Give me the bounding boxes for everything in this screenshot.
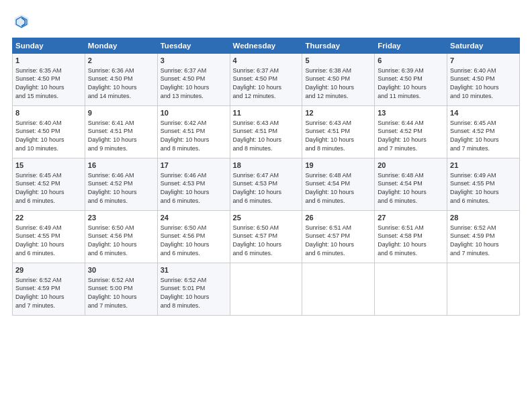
day-detail: Sunrise: 6:35 AM Sunset: 4:50 PM Dayligh…: [15, 66, 82, 100]
day-detail: Sunrise: 6:40 AM Sunset: 4:50 PM Dayligh…: [15, 119, 82, 152]
calendar-cell: 14Sunrise: 6:45 AM Sunset: 4:52 PM Dayli…: [447, 106, 520, 158]
day-number: 9: [88, 108, 154, 118]
day-detail: Sunrise: 6:49 AM Sunset: 4:55 PM Dayligh…: [15, 224, 82, 257]
calendar-cell: 7Sunrise: 6:40 AM Sunset: 4:50 PM Daylig…: [447, 54, 520, 106]
day-detail: Sunrise: 6:52 AM Sunset: 5:00 PM Dayligh…: [88, 276, 154, 310]
calendar-cell: [230, 263, 302, 316]
calendar-cell: 5Sunrise: 6:38 AM Sunset: 4:50 PM Daylig…: [302, 54, 375, 106]
calendar-cell: 21Sunrise: 6:49 AM Sunset: 4:55 PM Dayli…: [447, 158, 520, 211]
calendar-cell: 19Sunrise: 6:48 AM Sunset: 4:54 PM Dayli…: [302, 158, 375, 211]
calendar-cell: 22Sunrise: 6:49 AM Sunset: 4:55 PM Dayli…: [13, 211, 85, 263]
day-number: 25: [233, 213, 300, 223]
calendar-cell: 17Sunrise: 6:46 AM Sunset: 4:53 PM Dayli…: [157, 158, 230, 211]
day-number: 1: [15, 56, 82, 66]
day-number: 30: [88, 265, 154, 275]
day-detail: Sunrise: 6:37 AM Sunset: 4:50 PM Dayligh…: [233, 66, 300, 100]
logo: [12, 12, 34, 31]
header-cell-saturday: Saturday: [447, 38, 520, 54]
day-number: 20: [378, 161, 444, 171]
calendar-cell: 25Sunrise: 6:50 AM Sunset: 4:57 PM Dayli…: [230, 211, 302, 263]
day-number: 10: [161, 108, 227, 118]
day-detail: Sunrise: 6:37 AM Sunset: 4:50 PM Dayligh…: [161, 66, 227, 100]
day-number: 18: [233, 161, 300, 171]
day-detail: Sunrise: 6:47 AM Sunset: 4:53 PM Dayligh…: [233, 171, 300, 205]
calendar-week-4: 22Sunrise: 6:49 AM Sunset: 4:55 PM Dayli…: [13, 211, 520, 263]
logo-icon: [12, 12, 31, 31]
day-number: 24: [161, 213, 227, 223]
calendar-cell: 18Sunrise: 6:47 AM Sunset: 4:53 PM Dayli…: [230, 158, 302, 211]
calendar-cell: 16Sunrise: 6:46 AM Sunset: 4:52 PM Dayli…: [85, 158, 157, 211]
header-cell-thursday: Thursday: [302, 38, 375, 54]
day-number: 21: [450, 161, 517, 171]
header: [12, 12, 520, 31]
header-cell-friday: Friday: [375, 38, 447, 54]
day-detail: Sunrise: 6:51 AM Sunset: 4:57 PM Dayligh…: [305, 224, 371, 257]
calendar-cell: 3Sunrise: 6:37 AM Sunset: 4:50 PM Daylig…: [157, 54, 230, 106]
calendar-cell: 1Sunrise: 6:35 AM Sunset: 4:50 PM Daylig…: [13, 54, 85, 106]
calendar-cell: 13Sunrise: 6:44 AM Sunset: 4:52 PM Dayli…: [375, 106, 447, 158]
day-number: 14: [450, 108, 517, 118]
calendar-week-1: 1Sunrise: 6:35 AM Sunset: 4:50 PM Daylig…: [13, 54, 520, 106]
header-row: SundayMondayTuesdayWednesdayThursdayFrid…: [13, 38, 520, 54]
calendar-cell: 24Sunrise: 6:50 AM Sunset: 4:56 PM Dayli…: [157, 211, 230, 263]
day-number: 19: [305, 161, 371, 171]
day-number: 31: [161, 265, 227, 275]
day-detail: Sunrise: 6:46 AM Sunset: 4:52 PM Dayligh…: [88, 171, 154, 205]
calendar-header: SundayMondayTuesdayWednesdayThursdayFrid…: [13, 38, 520, 54]
day-number: 26: [305, 213, 371, 223]
day-number: 27: [378, 213, 444, 223]
calendar-cell: 31Sunrise: 6:52 AM Sunset: 5:01 PM Dayli…: [157, 263, 230, 316]
day-detail: Sunrise: 6:43 AM Sunset: 4:51 PM Dayligh…: [305, 119, 371, 152]
day-detail: Sunrise: 6:52 AM Sunset: 4:59 PM Dayligh…: [15, 276, 82, 310]
day-detail: Sunrise: 6:40 AM Sunset: 4:50 PM Dayligh…: [450, 66, 517, 100]
day-detail: Sunrise: 6:45 AM Sunset: 4:52 PM Dayligh…: [450, 119, 517, 152]
day-detail: Sunrise: 6:48 AM Sunset: 4:54 PM Dayligh…: [305, 171, 371, 205]
day-number: 3: [161, 56, 227, 66]
day-detail: Sunrise: 6:52 AM Sunset: 4:59 PM Dayligh…: [450, 224, 517, 257]
day-number: 4: [233, 56, 300, 66]
header-cell-wednesday: Wednesday: [230, 38, 302, 54]
day-number: 2: [88, 56, 154, 66]
day-detail: Sunrise: 6:49 AM Sunset: 4:55 PM Dayligh…: [450, 171, 517, 205]
day-number: 13: [378, 108, 444, 118]
calendar-cell: 29Sunrise: 6:52 AM Sunset: 4:59 PM Dayli…: [13, 263, 85, 316]
day-detail: Sunrise: 6:38 AM Sunset: 4:50 PM Dayligh…: [305, 66, 371, 100]
day-detail: Sunrise: 6:42 AM Sunset: 4:51 PM Dayligh…: [161, 119, 227, 152]
day-number: 17: [161, 161, 227, 171]
day-number: 5: [305, 56, 371, 66]
day-number: 8: [15, 108, 82, 118]
day-number: 28: [450, 213, 517, 223]
calendar-week-5: 29Sunrise: 6:52 AM Sunset: 4:59 PM Dayli…: [13, 263, 520, 316]
day-detail: Sunrise: 6:50 AM Sunset: 4:56 PM Dayligh…: [161, 224, 227, 257]
day-number: 12: [305, 108, 371, 118]
day-number: 11: [233, 108, 300, 118]
calendar-cell: 2Sunrise: 6:36 AM Sunset: 4:50 PM Daylig…: [85, 54, 157, 106]
calendar-cell: 15Sunrise: 6:45 AM Sunset: 4:52 PM Dayli…: [13, 158, 85, 211]
calendar-cell: [375, 263, 447, 316]
calendar-week-3: 15Sunrise: 6:45 AM Sunset: 4:52 PM Dayli…: [13, 158, 520, 211]
day-detail: Sunrise: 6:50 AM Sunset: 4:57 PM Dayligh…: [233, 224, 300, 257]
day-number: 6: [378, 56, 444, 66]
day-number: 22: [15, 213, 82, 223]
day-number: 23: [88, 213, 154, 223]
calendar-cell: [302, 263, 375, 316]
calendar-cell: 26Sunrise: 6:51 AM Sunset: 4:57 PM Dayli…: [302, 211, 375, 263]
day-detail: Sunrise: 6:43 AM Sunset: 4:51 PM Dayligh…: [233, 119, 300, 152]
calendar-cell: 8Sunrise: 6:40 AM Sunset: 4:50 PM Daylig…: [13, 106, 85, 158]
day-number: 15: [15, 161, 82, 171]
calendar-cell: 12Sunrise: 6:43 AM Sunset: 4:51 PM Dayli…: [302, 106, 375, 158]
calendar-table: SundayMondayTuesdayWednesdayThursdayFrid…: [12, 38, 520, 316]
day-detail: Sunrise: 6:50 AM Sunset: 4:56 PM Dayligh…: [88, 224, 154, 257]
calendar-cell: 6Sunrise: 6:39 AM Sunset: 4:50 PM Daylig…: [375, 54, 447, 106]
day-detail: Sunrise: 6:36 AM Sunset: 4:50 PM Dayligh…: [88, 66, 154, 100]
day-detail: Sunrise: 6:39 AM Sunset: 4:50 PM Dayligh…: [378, 66, 444, 100]
day-detail: Sunrise: 6:48 AM Sunset: 4:54 PM Dayligh…: [378, 171, 444, 205]
day-detail: Sunrise: 6:46 AM Sunset: 4:53 PM Dayligh…: [161, 171, 227, 205]
calendar-cell: [447, 263, 520, 316]
calendar-cell: 23Sunrise: 6:50 AM Sunset: 4:56 PM Dayli…: [85, 211, 157, 263]
calendar-cell: 4Sunrise: 6:37 AM Sunset: 4:50 PM Daylig…: [230, 54, 302, 106]
page: SundayMondayTuesdayWednesdayThursdayFrid…: [0, 0, 532, 411]
day-detail: Sunrise: 6:52 AM Sunset: 5:01 PM Dayligh…: [161, 276, 227, 310]
calendar-week-2: 8Sunrise: 6:40 AM Sunset: 4:50 PM Daylig…: [13, 106, 520, 158]
calendar-cell: 20Sunrise: 6:48 AM Sunset: 4:54 PM Dayli…: [375, 158, 447, 211]
